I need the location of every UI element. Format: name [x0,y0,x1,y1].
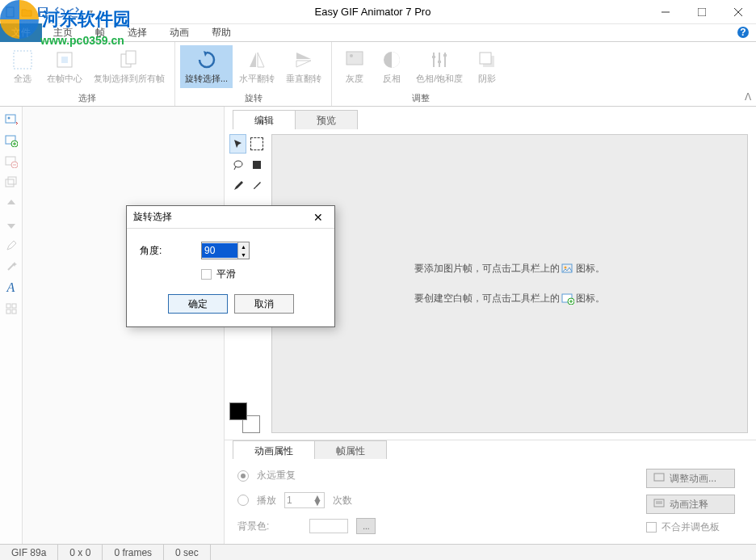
save-icon[interactable] [36,5,50,19]
grayscale-icon [343,48,366,71]
smooth-checkbox[interactable] [201,269,212,280]
center-frame-button[interactable]: 在帧中心 [42,45,87,88]
dialog-close-button[interactable]: ✕ [309,209,328,225]
tab-preview[interactable]: 预览 [295,110,358,129]
tab-select[interactable]: 选择 [116,23,158,42]
angle-spin-down[interactable]: ▼ [238,251,249,259]
shadow-button[interactable]: 阴影 [469,45,505,88]
add-image-icon[interactable] [3,112,19,128]
label-times: 次数 [333,494,352,507]
tab-frame-props[interactable]: 帧属性 [314,440,387,459]
tab-anim-props[interactable]: 动画属性 [233,440,315,459]
angle-input[interactable]: 90 ▲ ▼ [201,242,250,259]
svg-rect-5 [698,8,706,16]
wand-tool-icon[interactable] [3,259,19,275]
svg-rect-50 [654,474,664,481]
canvas-area: 要添加图片帧，可点击工具栏上的 图标。 要创建空白帧，可点击工具栏上的 图标。 [271,134,748,433]
copy-sel-all-button[interactable]: 复制选择到所有帧 [89,45,170,88]
adjust-anim-button[interactable]: 调整动画... [646,469,735,488]
ribbon-tabs: 文件 主页 帧 选择 动画 帮助 ? [0,24,756,42]
status-format: GIF 89a [0,545,58,560]
svg-rect-39 [12,304,16,308]
new-icon[interactable] [3,5,18,19]
maximize-button[interactable] [683,0,720,24]
hue-sat-button[interactable]: 色相/饱和度 [411,45,468,88]
add-blank-icon[interactable] [3,133,19,149]
tab-anim[interactable]: 动画 [158,23,200,42]
flip-h-button[interactable]: 水平翻转 [234,45,279,88]
delete-frame-icon[interactable] [3,154,19,170]
help-icon[interactable]: ? [737,26,750,41]
pencil-tool[interactable] [229,176,246,196]
select-all-button[interactable]: 全选 [5,45,40,88]
invert-icon [380,48,403,71]
label-repeat-forever: 永远重复 [257,469,296,482]
svg-point-16 [350,54,353,57]
status-duration: 0 sec [164,545,211,560]
tab-file[interactable]: 文件 [0,23,42,42]
svg-rect-40 [6,309,10,314]
add-blank-hint-icon [561,293,574,305]
tab-edit[interactable]: 编辑 [233,110,296,129]
rotate-sel-button[interactable]: 旋转选择... [180,45,233,88]
minimize-button[interactable] [647,0,683,24]
anim-notes-button[interactable]: 动画注释 [646,495,735,514]
tab-help[interactable]: 帮助 [200,23,242,42]
grid-tool-icon[interactable] [3,301,19,317]
notes-icon [653,499,665,511]
cancel-button[interactable]: 取消 [234,294,294,314]
fg-color-swatch[interactable] [229,402,247,420]
svg-rect-23 [443,54,447,57]
lasso-tool[interactable] [229,155,246,175]
status-frames: 0 frames [103,545,164,560]
play-count-input[interactable]: 1 ▲▼ [284,492,325,508]
hint-add-image: 要添加图片帧，可点击工具栏上的 图标。 [414,262,605,276]
svg-rect-22 [438,61,441,63]
redo-icon[interactable] [68,5,82,19]
rotate-dialog: 旋转选择 ✕ 角度: 90 ▲ ▼ 平滑 确定 取消 [126,205,335,327]
svg-rect-36 [8,177,16,184]
tab-frame[interactable]: 帧 [84,23,116,42]
pointer-tool[interactable] [229,134,246,154]
collapse-ribbon-icon[interactable]: ᐱ [745,91,751,103]
fill-rect-tool[interactable] [248,155,265,175]
radio-play[interactable] [237,495,249,506]
brush-tool[interactable] [248,176,265,196]
statusbar: GIF 89a 0 x 0 0 frames 0 sec [0,544,756,560]
radio-repeat-forever[interactable] [237,470,249,482]
edit-tool-icon[interactable] [3,238,19,254]
angle-spin-up[interactable]: ▲ [238,242,249,251]
tab-home[interactable]: 主页 [42,23,84,42]
duplicate-frame-icon[interactable] [3,175,19,191]
no-merge-checkbox[interactable]: 不合并调色板 [646,520,735,534]
svg-rect-35 [6,179,14,187]
svg-rect-43 [253,161,261,169]
bgcolor-swatch[interactable] [309,519,348,533]
open-icon[interactable] [19,5,34,19]
select-all-icon [11,48,34,71]
undo-icon[interactable] [52,5,66,19]
ribbon: 全选 在帧中心 复制选择到所有帧 选择 旋转选择... 水平翻转 [0,42,756,107]
grayscale-button[interactable]: 灰度 [337,45,372,88]
bgcolor-browse-button[interactable]: ... [356,518,376,534]
svg-point-45 [565,266,567,268]
move-down-icon[interactable] [3,217,19,233]
close-button[interactable] [720,0,756,24]
side-toolbar: A [0,107,23,544]
hint-add-blank: 要创建空白帧，可点击工具栏上的 图标。 [414,292,605,305]
move-up-icon[interactable] [3,196,19,212]
titlebar: ▾ Easy GIF Animator 7 Pro [0,0,756,24]
adjust-icon [653,473,665,485]
ok-button[interactable]: 确定 [168,294,228,314]
rotate-icon [195,48,218,71]
invert-button[interactable]: 反相 [374,45,410,88]
svg-rect-14 [126,51,136,64]
svg-rect-2 [40,8,46,11]
text-tool-icon[interactable]: A [3,280,19,296]
marquee-tool[interactable] [248,134,265,154]
group-select-label: 选择 [78,92,96,106]
window-title: Easy GIF Animator 7 Pro [99,6,647,18]
color-swatches[interactable] [229,402,260,433]
qat-dropdown-icon[interactable]: ▾ [84,5,99,19]
flip-v-button[interactable]: 垂直翻转 [281,45,326,88]
